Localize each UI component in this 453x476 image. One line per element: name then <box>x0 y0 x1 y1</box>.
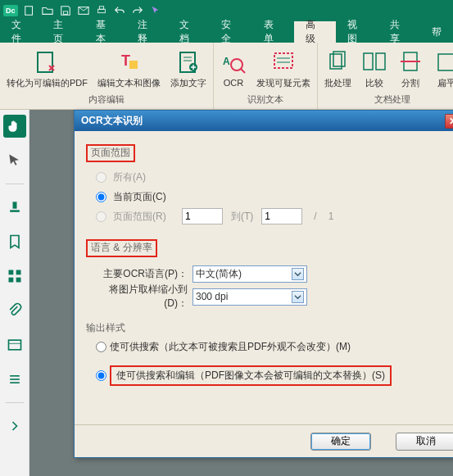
separator <box>6 402 24 403</box>
opt-label: 页面范围(R) <box>113 210 179 224</box>
compare[interactable]: 比较 <box>358 48 391 91</box>
menu-basic[interactable]: 基本 <box>84 21 126 43</box>
ribbon-label: 编辑文本和图像 <box>97 77 161 89</box>
svg-rect-0 <box>25 7 32 16</box>
ribbon-group-content: 转化为可编辑的PDF T 编辑文本和图像 添加文字 内容编辑 <box>0 43 214 109</box>
split[interactable]: 分割 <box>394 48 427 91</box>
menu-file[interactable]: 文件 <box>0 21 42 43</box>
find-suspects[interactable]: 发现可疑元素 <box>253 48 314 91</box>
ribbon-label: 批处理 <box>324 77 351 89</box>
opt-page-range[interactable]: 页面范围(R) 到(T) / 1 <box>96 206 453 226</box>
dialog-footer: 确定 取消 <box>75 424 453 457</box>
attachment-tool-icon[interactable] <box>3 299 26 322</box>
ribbon-label: 比较 <box>365 77 383 89</box>
svg-rect-4 <box>99 7 103 10</box>
ribbon-group-label: 文档处理 <box>374 93 410 107</box>
flatten[interactable]: 扁平 <box>430 48 453 91</box>
ok-button[interactable]: 确定 <box>310 433 371 451</box>
radio-range <box>96 211 106 222</box>
svg-rect-25 <box>12 202 16 208</box>
opt-label: 所有(A) <box>113 170 146 184</box>
opt-all-pages[interactable]: 所有(A) <box>96 167 453 187</box>
dialog-mask: OCR文本识别 ✕ 页面范围 所有(A) 当前页面(C) <box>29 110 453 476</box>
app-logo: Dc <box>3 5 18 16</box>
to-label: 到(T) <box>231 210 253 224</box>
ocr-dialog: OCR文本识别 ✕ 页面范围 所有(A) 当前页面(C) <box>74 110 453 458</box>
ribbon-label: 扁平 <box>437 77 453 89</box>
slash-label: / <box>314 211 316 222</box>
opt-searchable[interactable]: 使可供搜索（此文本可被搜索且PDF外观不会改变）(M) <box>96 340 453 354</box>
menu-security[interactable]: 安全 <box>210 21 251 43</box>
new-icon[interactable] <box>21 2 38 19</box>
menu-help[interactable]: 帮 <box>420 21 453 43</box>
left-toolstrip <box>0 110 29 476</box>
hand-tool-icon[interactable] <box>3 115 26 138</box>
collapse-tool-icon[interactable] <box>3 415 26 437</box>
menu-bar: 文件 主页 基本 注释 文档 安全 表单 高级 视图 共享 帮 <box>0 21 453 43</box>
lang-combo[interactable]: 中文(简体) <box>193 265 307 283</box>
svg-rect-30 <box>16 278 20 283</box>
opt-label: 使可供搜索（此文本可被搜索且PDF外观不会改变）(M) <box>110 340 351 354</box>
radio-current[interactable] <box>96 192 106 202</box>
menu-annot[interactable]: 注释 <box>126 21 168 43</box>
section-lang: 语言 & 分辨率 <box>86 239 453 257</box>
work-area: OCR文本识别 ✕ 页面范围 所有(A) 当前页面(C) <box>0 110 453 476</box>
svg-point-13 <box>231 59 242 70</box>
section-page-range: 页面范围 <box>86 144 453 162</box>
dialog-title-text: OCR文本识别 <box>81 114 143 128</box>
ocr-button[interactable]: A OCR <box>217 48 250 89</box>
field-tool-icon[interactable] <box>3 333 26 356</box>
range-from-input[interactable] <box>182 208 223 224</box>
list-tool-icon[interactable] <box>3 368 26 391</box>
svg-rect-24 <box>438 54 453 70</box>
cursor-down-icon[interactable] <box>147 2 164 19</box>
convert-editable-pdf[interactable]: 转化为可编辑的PDF <box>3 48 91 91</box>
open-icon[interactable] <box>39 2 56 19</box>
print-icon[interactable] <box>93 2 110 19</box>
opt-label: 使可供搜索和编辑（PDF图像文本会被可编辑的文本替换）(S) <box>110 365 392 386</box>
opt-label: 当前页面(C) <box>113 190 166 204</box>
ribbon-label: 分割 <box>401 77 419 89</box>
radio-editable[interactable] <box>96 370 106 381</box>
svg-rect-31 <box>8 340 20 350</box>
menu-form[interactable]: 表单 <box>252 21 294 43</box>
radio-all <box>96 172 106 183</box>
ribbon-group-label: 内容编辑 <box>88 93 125 107</box>
select-tool-icon[interactable] <box>3 149 26 172</box>
ribbon-label: 转化为可编辑的PDF <box>7 77 88 89</box>
undo-icon[interactable] <box>111 2 128 19</box>
menu-view[interactable]: 视图 <box>336 21 378 43</box>
svg-rect-21 <box>376 53 385 70</box>
thumbnail-tool-icon[interactable] <box>3 265 26 288</box>
edit-text-image[interactable]: T 编辑文本和图像 <box>94 48 164 91</box>
save-icon[interactable] <box>57 2 74 19</box>
range-to-input[interactable] <box>261 208 302 224</box>
opt-current-page[interactable]: 当前页面(C) <box>96 187 453 206</box>
menu-home[interactable]: 主页 <box>42 21 84 43</box>
dialog-close-button[interactable]: ✕ <box>445 114 453 129</box>
bookmark-tool-icon[interactable] <box>3 230 26 253</box>
dpi-combo[interactable]: 300 dpi <box>193 288 307 306</box>
batch-process[interactable]: 批处理 <box>321 48 355 91</box>
opt-editable[interactable]: 使可供搜索和编辑（PDF图像文本会被可编辑的文本替换）(S) <box>96 365 453 386</box>
dialog-body: 页面范围 所有(A) 当前页面(C) 页面范围(R) <box>75 131 453 424</box>
chevron-down-icon <box>292 291 304 303</box>
document-background: OCR文本识别 ✕ 页面范围 所有(A) 当前页面(C) <box>29 110 453 476</box>
stamp-tool-icon[interactable] <box>3 196 26 219</box>
svg-text:A: A <box>223 56 230 67</box>
dpi-label: 将图片取样缩小到(D)： <box>86 283 193 311</box>
radio-searchable[interactable] <box>96 342 106 352</box>
chevron-down-icon <box>292 268 304 280</box>
menu-share[interactable]: 共享 <box>378 21 420 43</box>
menu-doc[interactable]: 文档 <box>168 21 210 43</box>
svg-rect-20 <box>364 53 373 70</box>
redo-icon[interactable] <box>129 2 146 19</box>
ribbon-label: 发现可疑元素 <box>256 77 310 89</box>
cancel-button[interactable]: 取消 <box>396 433 453 451</box>
mail-icon[interactable] <box>75 2 92 19</box>
menu-advanced[interactable]: 高级 <box>294 21 336 43</box>
ribbon-group-docproc: 批处理 比较 分割 扁平 文档处理 <box>318 43 453 109</box>
svg-rect-7 <box>129 61 138 69</box>
combo-value: 300 dpi <box>196 291 228 302</box>
add-text[interactable]: 添加文字 <box>167 48 210 91</box>
